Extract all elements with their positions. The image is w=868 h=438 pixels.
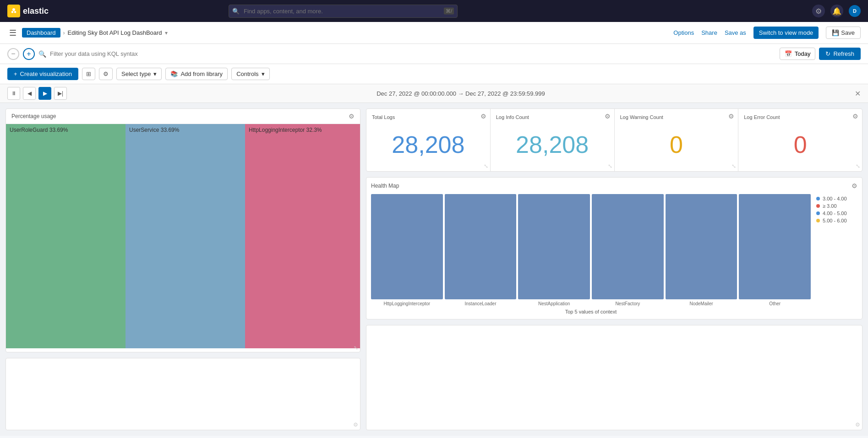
dashboard-content: Percentage usage ⚙ UserRoleGuard 33.69% … [0, 103, 868, 436]
treemap-chart: UserRoleGuard 33.69% UserService 33.69% … [6, 124, 360, 348]
elastic-logo[interactable]: elastic [7, 5, 49, 17]
svg-point-2 [14, 11, 16, 13]
breadcrumb-chevron-icon[interactable]: ▾ [165, 30, 168, 36]
playback-pause-button[interactable]: ⏸ [7, 87, 20, 100]
second-bar: ☰ Dashboard › Editing Sky Bot API Log Da… [0, 22, 868, 44]
user-avatar[interactable]: D [849, 5, 861, 17]
log-error-value: 0 [744, 124, 857, 166]
treemap-label-userservice: UserService 33.69% [129, 127, 241, 133]
bottom-left-resize-handle[interactable]: ⚙ [353, 422, 358, 428]
health-map-panel: Health Map ⚙ HttpLoggingInterceptor [366, 177, 863, 319]
percentage-usage-title: Percentage usage [11, 113, 56, 119]
log-warning-card: Log Warning Count 0 ⚙ ⤡ [615, 109, 739, 171]
legend-item-2: 4.00 - 5.00 [816, 211, 857, 216]
refresh-button[interactable]: ↻ Refresh [819, 48, 861, 60]
breadcrumb-dashboard-link[interactable]: Dashboard [22, 28, 60, 38]
legend-item-0: 3.00 - 4.00 [816, 196, 857, 201]
options-icon-button[interactable]: ⚙ [99, 68, 113, 80]
treemap-item-userrole: UserRoleGuard 33.69% [6, 124, 126, 348]
refresh-icon: ↻ [825, 50, 830, 57]
breadcrumb-separator: › [63, 30, 65, 36]
legend-item-3: 5.00 - 6.00 [816, 218, 857, 223]
total-logs-resize-handle[interactable]: ⤡ [484, 163, 488, 169]
heatmap-bar-3 [592, 194, 664, 299]
heatmap-label-2: NestApplication [518, 301, 590, 306]
heatmap-label-0: HttpLoggingInterceptor [371, 301, 443, 306]
bell-icon[interactable]: 🔔 [830, 5, 843, 17]
heatmap-bar-1 [445, 194, 517, 299]
edit-layout-button[interactable]: ⊞ [82, 68, 95, 80]
heatmap-chart: HttpLoggingInterceptor InstanceLoader Ne… [371, 194, 811, 314]
log-info-settings-icon[interactable]: ⚙ [605, 113, 611, 120]
breadcrumb: Dashboard › Editing Sky Bot API Log Dash… [22, 28, 168, 38]
heatmap-label-1: InstanceLoader [445, 301, 517, 306]
log-error-card: Log Error Count 0 ⚙ ⤡ [738, 109, 862, 171]
svg-point-1 [11, 11, 14, 13]
percentage-usage-settings-icon[interactable]: ⚙ [349, 113, 355, 120]
log-info-resize-handle[interactable]: ⤡ [608, 163, 612, 169]
nav-icon-area: ⚙ 🔔 D [812, 5, 861, 17]
settings-icon[interactable]: ⚙ [812, 5, 825, 17]
stats-row: Total Logs 28,208 ⚙ ⤡ Log Info Count 28,… [366, 108, 863, 172]
log-info-value: 28,208 [496, 124, 609, 166]
total-logs-card: Total Logs 28,208 ⚙ ⤡ [366, 109, 491, 171]
global-search[interactable]: 🔍 ⌘/ [229, 5, 458, 18]
legend-dot-3 [816, 219, 820, 222]
add-from-library-button[interactable]: 📚 Add from library [165, 68, 228, 80]
chevron-down-icon: ▾ [153, 70, 157, 77]
switch-to-view-mode-button[interactable]: Switch to view mode [753, 27, 819, 39]
treemap-item-httplog: HttpLoggingInterceptor 32.3% [245, 124, 360, 348]
options-link[interactable]: Options [673, 29, 694, 36]
hamburger-menu[interactable]: ☰ [7, 26, 18, 40]
playback-back-button[interactable]: ◀ [23, 87, 36, 100]
kql-filter-input[interactable] [50, 50, 776, 57]
log-warning-settings-icon[interactable]: ⚙ [728, 113, 734, 120]
legend-dot-2 [816, 211, 820, 215]
svg-point-0 [12, 8, 15, 11]
save-as-link[interactable]: Save as [725, 29, 746, 36]
health-map-settings-icon[interactable]: ⚙ [852, 182, 857, 189]
heatmap-label-5: Other [739, 301, 811, 306]
elastic-wordmark: elastic [23, 6, 49, 16]
global-search-input[interactable] [229, 5, 458, 18]
legend-item-1: ≥ 3.00 [816, 203, 857, 209]
total-logs-title: Total Logs [372, 114, 485, 120]
date-picker-button[interactable]: 📅 Today [780, 48, 816, 60]
playback-forward-button[interactable]: ▶| [54, 87, 67, 100]
total-logs-settings-icon[interactable]: ⚙ [480, 113, 486, 120]
log-error-settings-icon[interactable]: ⚙ [852, 113, 858, 120]
elastic-logo-icon [7, 5, 20, 17]
select-type-button[interactable]: Select type ▾ [116, 68, 162, 80]
heatmap-label-4: NodeMailer [666, 301, 737, 306]
heatmap-label-3: NestFactory [592, 301, 664, 306]
log-error-title: Log Error Count [744, 114, 857, 120]
filter-collapse-button[interactable]: − [7, 48, 19, 60]
log-error-resize-handle[interactable]: ⤡ [856, 163, 860, 169]
share-link[interactable]: Share [701, 29, 717, 36]
filter-add-button[interactable]: + [23, 48, 35, 60]
treemap-item-userservice: UserService 33.69% [126, 124, 245, 348]
search-filter-icon: 🔍 [38, 50, 46, 58]
legend-label-0: 3.00 - 4.00 [823, 196, 847, 201]
playback-close-button[interactable]: ✕ [855, 89, 861, 98]
legend-label-1: ≥ 3.00 [823, 203, 837, 209]
create-visualization-button[interactable]: + Create visualization [7, 68, 78, 80]
right-panel: Total Logs 28,208 ⚙ ⤡ Log Info Count 28,… [366, 108, 863, 430]
save-button[interactable]: 💾 Save [826, 27, 861, 39]
playback-range-text: Dec 27, 2022 @ 00:00:00.000 → Dec 27, 20… [70, 90, 852, 97]
percentage-usage-resize-handle[interactable]: ⤡ [354, 345, 358, 351]
second-bar-actions: Options Share Save as Switch to view mod… [673, 27, 861, 39]
heatmap-bar-2 [518, 194, 590, 299]
health-map-header: Health Map ⚙ [371, 182, 857, 189]
library-icon: 📚 [170, 70, 178, 77]
treemap-label-httplog: HttpLoggingInterceptor 32.3% [249, 127, 356, 133]
bottom-right-resize-handle[interactable]: ⚙ [855, 422, 860, 428]
log-warning-resize-handle[interactable]: ⤡ [732, 163, 736, 169]
playback-play-button[interactable]: ▶ [38, 87, 51, 100]
heatmap-bars [371, 194, 811, 299]
controls-button[interactable]: Controls ▾ [231, 68, 269, 80]
legend-label-3: 5.00 - 6.00 [823, 218, 847, 223]
search-shortcut: ⌘/ [444, 8, 454, 15]
log-warning-title: Log Warning Count [620, 114, 733, 120]
playback-bar: ⏸ ◀ ▶ ▶| Dec 27, 2022 @ 00:00:00.000 → D… [0, 84, 868, 103]
